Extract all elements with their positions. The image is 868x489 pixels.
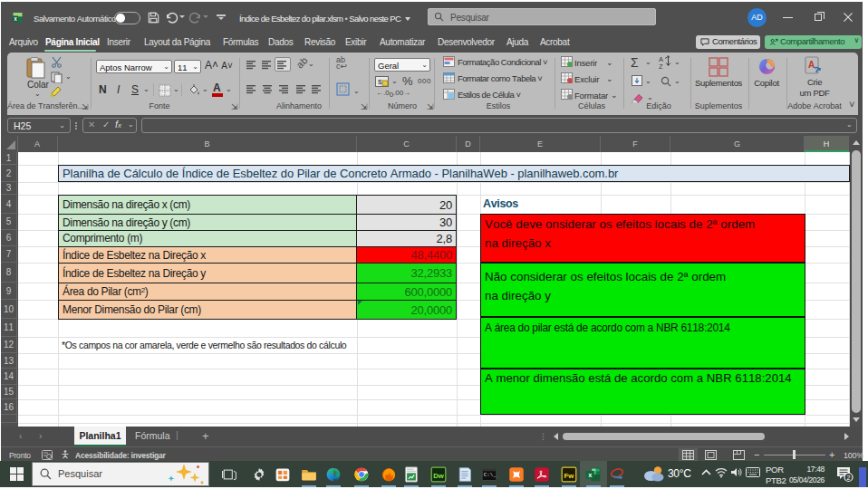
svg-text:A: A	[808, 60, 815, 70]
svg-text:$: $	[378, 78, 382, 86]
svg-text:Z: Z	[659, 62, 663, 70]
svg-text:Dw: Dw	[433, 471, 445, 479]
svg-text:2: 2	[847, 475, 851, 481]
svg-text:C:\_: C:\_	[484, 471, 497, 477]
svg-text:Fw: Fw	[564, 471, 575, 479]
svg-text:x: x	[14, 14, 17, 21]
